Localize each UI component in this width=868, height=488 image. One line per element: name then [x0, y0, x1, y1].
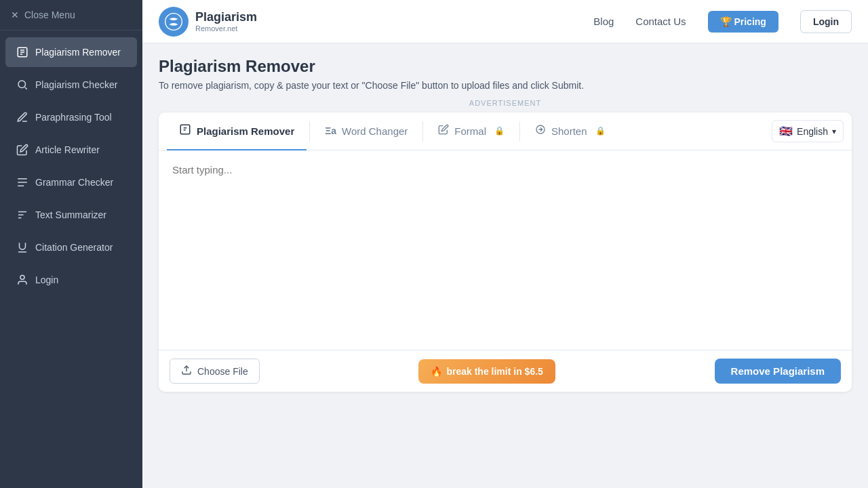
tool-tabs: Plagiarism Remover Ξa Word Changer Forma… — [159, 113, 852, 150]
article-rewriter-icon — [16, 144, 28, 156]
flame-icon: 🔥 — [431, 366, 442, 377]
shorten-lock-icon: 🔒 — [595, 126, 606, 136]
pricing-button[interactable]: 🏆 Pricing — [708, 11, 778, 33]
sidebar-item-article-rewriter[interactable]: Article Rewriter — [5, 135, 137, 165]
sidebar-item-plagiarism-checker[interactable]: Plagiarism Checker — [5, 70, 137, 100]
close-menu-button[interactable]: ✕ Close Menu — [0, 0, 142, 30]
tab-divider-1 — [309, 121, 310, 142]
sidebar-item-plagiarism-remover[interactable]: Plagiarism Remover — [5, 37, 137, 67]
page-title: Plagiarism Remover — [159, 57, 852, 76]
sidebar-item-grammar-checker[interactable]: Grammar Checker — [5, 167, 137, 197]
sidebar-item-login[interactable]: Login — [5, 265, 137, 295]
sidebar-item-label: Grammar Checker — [35, 177, 113, 188]
sidebar-navigation: Plagiarism Remover Plagiarism Checker Pa… — [0, 30, 142, 302]
sidebar-item-label: Plagiarism Remover — [35, 47, 121, 58]
brand-text: Plagiarism Remover.net — [195, 10, 257, 33]
text-summarizer-icon — [16, 209, 28, 221]
tab-plagiarism-remover-label: Plagiarism Remover — [197, 125, 294, 137]
brand-subtitle: Remover.net — [195, 24, 257, 33]
tool-card: Plagiarism Remover Ξa Word Changer Forma… — [159, 113, 852, 392]
svg-point-4 — [165, 13, 182, 30]
blog-link[interactable]: Blog — [593, 16, 614, 27]
language-label: English — [797, 126, 828, 137]
formal-tab-icon — [438, 124, 449, 138]
brand: Plagiarism Remover.net — [159, 7, 257, 37]
plagiarism-remover-tab-icon — [179, 123, 191, 138]
plagiarism-checker-icon — [16, 79, 28, 91]
navbar-links: Blog Contact Us 🏆 Pricing Login — [593, 10, 852, 33]
advertisement-label: ADVERTISEMENT — [159, 99, 852, 107]
tab-divider-3 — [519, 121, 520, 142]
word-changer-tab-icon: Ξa — [325, 125, 336, 136]
choose-file-button[interactable]: Choose File — [170, 359, 260, 384]
sidebar: ✕ Close Menu Plagiarism Remover Plagiari… — [0, 0, 142, 488]
limit-label: break the limit in $6.5 — [446, 366, 542, 377]
sidebar-item-citation-generator[interactable]: Citation Generator — [5, 232, 137, 262]
svg-point-1 — [18, 81, 26, 88]
tab-divider-2 — [422, 121, 423, 142]
sidebar-item-label: Plagiarism Checker — [35, 79, 117, 90]
language-selector[interactable]: 🇬🇧 English ▾ — [772, 120, 844, 142]
chevron-down-icon: ▾ — [832, 127, 836, 136]
tab-formal-label: Formal — [454, 125, 486, 137]
sidebar-item-label: Login — [35, 274, 58, 285]
close-icon: ✕ — [11, 9, 19, 20]
brand-name: Plagiarism — [195, 10, 257, 24]
flag-icon: 🇬🇧 — [779, 125, 793, 138]
page-description: To remove plagiarism, copy & paste your … — [159, 80, 852, 91]
sidebar-item-label: Text Summarizer — [35, 209, 106, 220]
user-icon — [16, 274, 28, 286]
upload-icon — [181, 365, 192, 378]
svg-point-3 — [20, 275, 24, 279]
tab-word-changer-label: Word Changer — [342, 125, 408, 137]
text-input[interactable] — [159, 150, 852, 347]
tool-bottom-bar: Choose File 🔥 break the limit in $6.5 Re… — [159, 350, 852, 392]
choose-file-label: Choose File — [197, 366, 248, 377]
sidebar-item-label: Citation Generator — [35, 242, 113, 253]
sidebar-item-label: Article Rewriter — [35, 144, 100, 155]
remove-plagiarism-button[interactable]: Remove Plagiarism — [715, 359, 841, 384]
close-menu-label: Close Menu — [24, 9, 75, 20]
citation-generator-icon — [16, 241, 28, 253]
main-content: Plagiarism Remover.net Blog Contact Us 🏆… — [142, 0, 868, 488]
sidebar-item-paraphrasing-tool[interactable]: Paraphrasing Tool — [5, 102, 137, 132]
contact-link[interactable]: Contact Us — [635, 16, 686, 27]
tab-word-changer[interactable]: Ξa Word Changer — [313, 115, 420, 149]
navbar: Plagiarism Remover.net Blog Contact Us 🏆… — [142, 0, 868, 43]
page-content-area: Plagiarism Remover To remove plagiarism,… — [142, 43, 868, 488]
sidebar-item-label: Paraphrasing Tool — [35, 112, 112, 123]
tab-shorten[interactable]: Shorten 🔒 — [523, 113, 618, 150]
tab-plagiarism-remover[interactable]: Plagiarism Remover — [167, 113, 307, 150]
paraphrasing-icon — [16, 111, 28, 123]
break-limit-button[interactable]: 🔥 break the limit in $6.5 — [418, 359, 555, 384]
grammar-checker-icon — [16, 176, 28, 188]
plagiarism-remover-icon — [16, 46, 28, 58]
tab-formal[interactable]: Formal 🔒 — [426, 113, 517, 150]
login-button[interactable]: Login — [800, 10, 852, 33]
brand-logo-icon — [159, 7, 189, 37]
sidebar-item-text-summarizer[interactable]: Text Summarizer — [5, 200, 137, 230]
shorten-tab-icon — [535, 124, 546, 138]
tab-shorten-label: Shorten — [551, 125, 587, 137]
formal-lock-icon: 🔒 — [494, 126, 505, 136]
